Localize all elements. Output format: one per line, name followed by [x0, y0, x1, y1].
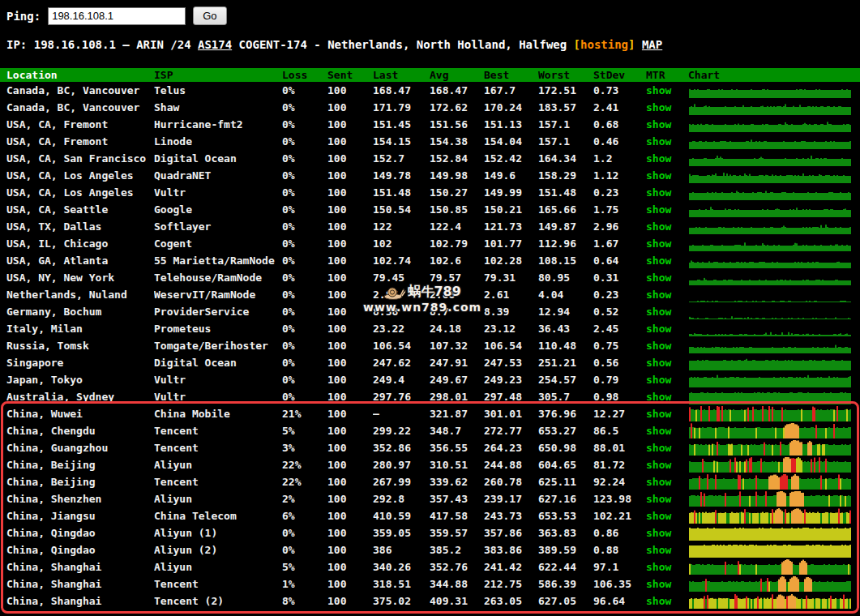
column-header-chart[interactable]: Chart — [688, 69, 860, 81]
column-header-sent[interactable]: Sent — [327, 69, 373, 81]
go-button[interactable]: Go — [193, 6, 226, 25]
cell-sent: 100 — [327, 374, 373, 386]
cell-avg: 149.98 — [430, 169, 484, 182]
cell-worst: 586.39 — [538, 578, 593, 590]
mtr-show-link[interactable]: show — [646, 476, 671, 488]
cell-worst: 151.48 — [538, 186, 593, 199]
mtr-show-link[interactable]: show — [646, 306, 671, 318]
cell-avg: 107.32 — [430, 340, 484, 352]
cell-loss: 8% — [282, 595, 327, 607]
column-header-isp[interactable]: ISP — [154, 69, 282, 81]
column-header-last[interactable]: Last — [373, 69, 430, 81]
column-header-location[interactable]: Location — [0, 69, 154, 81]
cell-location: USA, GA, Atlanta — [0, 255, 154, 267]
mtr-show-link[interactable]: show — [646, 289, 671, 301]
mtr-show-link[interactable]: show — [646, 527, 671, 539]
cell-isp: Telus — [154, 84, 282, 96]
cell-sent: 100 — [327, 476, 373, 488]
column-header-mtr[interactable]: MTR — [646, 69, 688, 81]
mtr-show-link[interactable]: show — [646, 272, 671, 284]
latency-chart — [689, 287, 851, 302]
mtr-show-link[interactable]: show — [646, 408, 671, 420]
mtr-show-link[interactable]: show — [646, 84, 671, 96]
mtr-show-link[interactable]: show — [646, 186, 671, 199]
mtr-show-link[interactable]: show — [646, 459, 671, 471]
cell-isp: Aliyun (2) — [154, 544, 282, 556]
mtr-show-link[interactable]: show — [646, 578, 671, 590]
cell-sent: 100 — [327, 203, 373, 216]
table-row: China, ChengduTencent5%100299.22348.7272… — [0, 422, 860, 439]
cell-worst: 389.59 — [538, 544, 593, 556]
cell-worst: 604.65 — [538, 459, 593, 471]
cell-worst: 650.98 — [538, 442, 593, 454]
cell-worst: 157.1 — [538, 118, 593, 130]
latency-chart — [689, 253, 851, 268]
cell-avg: 102.79 — [430, 237, 484, 250]
cell-worst: 112.96 — [538, 237, 593, 250]
ping-input[interactable] — [48, 7, 186, 25]
latency-chart — [689, 134, 851, 149]
mtr-show-link[interactable]: show — [646, 169, 671, 182]
cell-location: China, Shanghai — [0, 595, 154, 607]
mtr-show-link[interactable]: show — [646, 561, 671, 573]
table-row: China, ShanghaiTencent1%100318.51344.882… — [0, 575, 860, 592]
cell-location: Canada, BC, Vancouver — [0, 101, 154, 113]
cell-avg: 102.6 — [430, 255, 484, 267]
cell-isp: Digital Ocean — [154, 152, 282, 165]
cell-location: USA, CA, Fremont — [0, 118, 154, 130]
hosting-tag: hosting — [580, 38, 628, 51]
column-header-avg[interactable]: Avg — [430, 69, 484, 81]
cell-mtr: show — [646, 544, 688, 556]
ping-results-table: Location ISP Loss Sent Last Avg Best Wor… — [0, 68, 860, 610]
cell-worst: 164.34 — [538, 152, 593, 165]
cell-best: 23.12 — [484, 323, 538, 335]
column-header-best[interactable]: Best — [484, 69, 538, 81]
mtr-show-link[interactable]: show — [646, 391, 671, 403]
cell-best: 383.86 — [484, 544, 538, 556]
mtr-show-link[interactable]: show — [646, 237, 671, 250]
cell-loss: 0% — [282, 391, 327, 403]
table-header-row: Location ISP Loss Sent Last Avg Best Wor… — [0, 68, 860, 82]
cell-avg: 385.2 — [430, 544, 484, 556]
cell-sent: 100 — [327, 357, 373, 369]
cell-worst: 622.44 — [538, 561, 593, 573]
mtr-show-link[interactable]: show — [646, 510, 671, 522]
column-header-stdev[interactable]: StDev — [593, 69, 646, 81]
mtr-show-link[interactable]: show — [646, 357, 671, 369]
bracket-open: [ — [574, 38, 580, 51]
mtr-show-link[interactable]: show — [646, 595, 671, 607]
latency-chart — [689, 202, 851, 217]
mtr-show-link[interactable]: show — [646, 118, 671, 130]
mtr-show-link[interactable]: show — [646, 135, 671, 148]
latency-chart — [689, 406, 851, 421]
table-row: USA, CA, FremontLinode0%100154.15154.381… — [0, 133, 860, 150]
mtr-show-link[interactable]: show — [646, 255, 671, 267]
cell-sent: 100 — [327, 272, 373, 284]
mtr-show-link[interactable]: show — [646, 340, 671, 352]
latency-chart — [689, 372, 851, 387]
cell-last: 154.15 — [373, 135, 430, 148]
cell-last: 352.86 — [373, 442, 430, 454]
cell-chart — [688, 321, 860, 336]
cell-isp: Digital Ocean — [154, 357, 282, 369]
mtr-show-link[interactable]: show — [646, 220, 671, 233]
mtr-show-link[interactable]: show — [646, 442, 671, 454]
mtr-show-link[interactable]: show — [646, 493, 671, 505]
mtr-show-link[interactable]: show — [646, 544, 671, 556]
ip-info-middle: COGENT-174 - Netherlands, North Holland,… — [232, 38, 573, 51]
cell-worst: 625.11 — [538, 476, 593, 488]
mtr-show-link[interactable]: show — [646, 152, 671, 165]
mtr-show-link[interactable]: show — [646, 374, 671, 386]
map-link[interactable]: MAP — [642, 38, 662, 51]
cell-last: 150.54 — [373, 203, 430, 216]
mtr-show-link[interactable]: show — [646, 323, 671, 335]
mtr-show-link[interactable]: show — [646, 203, 671, 216]
cell-last: 280.97 — [373, 459, 430, 471]
column-header-worst[interactable]: Worst — [538, 69, 593, 81]
as-number-link[interactable]: AS174 — [198, 38, 232, 51]
mtr-show-link[interactable]: show — [646, 101, 671, 113]
cell-location: China, Beijing — [0, 476, 154, 488]
column-header-loss[interactable]: Loss — [282, 69, 327, 81]
cell-mtr: show — [646, 118, 688, 130]
mtr-show-link[interactable]: show — [646, 425, 671, 437]
